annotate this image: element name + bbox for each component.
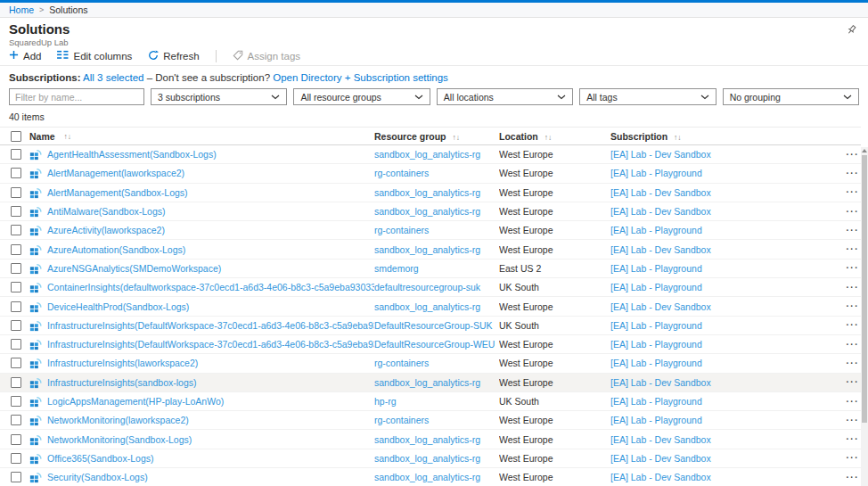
- table-row[interactable]: InfrastructureInsights(sandbox-logs) san…: [0, 374, 861, 392]
- table-row[interactable]: AzureActivity(laworkspace2) rg-container…: [0, 221, 861, 240]
- row-context-menu-button[interactable]: ···: [834, 187, 861, 197]
- subscription-link[interactable]: [EA] Lab - Dev Sandbox: [610, 149, 834, 160]
- table-row[interactable]: NetworkMonitoring(laworkspace2) rg-conta…: [0, 411, 861, 430]
- row-context-menu-button[interactable]: ···: [834, 377, 861, 387]
- row-context-menu-button[interactable]: ···: [834, 207, 861, 217]
- column-header-name[interactable]: Name ↑↓: [29, 131, 374, 142]
- solution-name-link[interactable]: Office365(Sandbox-Logs): [47, 453, 153, 464]
- row-context-menu-button[interactable]: ···: [834, 283, 861, 292]
- resource-group-link[interactable]: DefaultResourceGroup-WEU: [374, 339, 499, 350]
- subscription-link[interactable]: [EA] Lab - Dev Sandbox: [610, 301, 834, 312]
- resource-group-link[interactable]: sandbox_log_analytics-rg: [374, 244, 499, 255]
- breadcrumb-home-link[interactable]: Home: [9, 4, 34, 15]
- resource-group-link[interactable]: sandbox_log_analytics-rg: [374, 149, 499, 160]
- refresh-button[interactable]: Refresh: [148, 50, 199, 62]
- solution-name-link[interactable]: AzureAutomation(Sandbox-Logs): [47, 244, 185, 255]
- resource-group-link[interactable]: sandbox_log_analytics-rg: [374, 453, 499, 464]
- row-checkbox[interactable]: [11, 187, 21, 198]
- solution-name-link[interactable]: NetworkMonitoring(laworkspace2): [47, 415, 189, 425]
- resource-group-link[interactable]: sandbox_log_analytics-rg: [374, 206, 499, 217]
- row-checkbox[interactable]: [11, 472, 21, 482]
- row-checkbox[interactable]: [11, 263, 21, 274]
- solution-name-link[interactable]: AntiMalware(Sandbox-Logs): [47, 206, 165, 217]
- row-checkbox[interactable]: [11, 415, 21, 425]
- row-context-menu-button[interactable]: ···: [834, 453, 861, 463]
- table-row[interactable]: AlertManagement(Sandbox-Logs) sandbox_lo…: [0, 184, 861, 202]
- subscription-link[interactable]: [EA] Lab - Dev Sandbox: [610, 206, 834, 217]
- table-row[interactable]: AzureNSGAnalytics(SMDemoWorkspace) smdem…: [0, 259, 861, 278]
- solution-name-link[interactable]: Security(Sandbox-Logs): [47, 472, 148, 482]
- resource-group-link[interactable]: rg-containers: [374, 168, 499, 178]
- resource-group-link[interactable]: sandbox_log_analytics-rg: [374, 377, 499, 388]
- solution-name-link[interactable]: NetworkMonitoring(Sandbox-Logs): [47, 434, 192, 445]
- subscription-link[interactable]: [EA] Lab - Playground: [610, 282, 834, 292]
- locations-dropdown[interactable]: All locations: [437, 88, 573, 105]
- tags-dropdown[interactable]: All tags: [579, 88, 716, 105]
- resource-group-link[interactable]: defaultresourcegroup-suk: [374, 282, 499, 292]
- table-row[interactable]: AgentHealthAssessment(Sandbox-Logs) sand…: [0, 145, 861, 164]
- resource-group-link[interactable]: sandbox_log_analytics-rg: [374, 187, 499, 198]
- subscriptions-dropdown[interactable]: 3 subscriptions: [151, 88, 287, 105]
- add-button[interactable]: Add: [9, 50, 41, 62]
- column-header-resource-group[interactable]: Resource group ↑↓: [374, 131, 499, 142]
- subscription-link[interactable]: [EA] Lab - Dev Sandbox: [610, 377, 834, 388]
- solution-name-link[interactable]: DeviceHealthProd(Sandbox-Logs): [47, 301, 189, 312]
- row-checkbox[interactable]: [11, 244, 21, 255]
- row-checkbox[interactable]: [11, 206, 21, 217]
- resource-group-link[interactable]: smdemorg: [374, 263, 499, 274]
- row-context-menu-button[interactable]: ···: [834, 434, 861, 444]
- row-checkbox[interactable]: [11, 225, 21, 235]
- row-context-menu-button[interactable]: ···: [834, 150, 861, 160]
- column-header-subscription[interactable]: Subscription ↑↓: [610, 131, 834, 142]
- table-row[interactable]: Office365(Sandbox-Logs) sandbox_log_anal…: [0, 449, 861, 468]
- resource-groups-dropdown[interactable]: All resource groups: [293, 88, 430, 105]
- table-row[interactable]: InfrastructureInsights(DefaultWorkspace-…: [0, 317, 861, 335]
- solution-name-link[interactable]: InfrastructureInsights(sandbox-logs): [47, 377, 197, 388]
- solution-name-link[interactable]: AgentHealthAssessment(Sandbox-Logs): [47, 149, 217, 160]
- row-checkbox[interactable]: [11, 358, 21, 368]
- table-row[interactable]: NetworkMonitoring(Sandbox-Logs) sandbox_…: [0, 430, 861, 449]
- solution-name-link[interactable]: InfrastructureInsights(DefaultWorkspace-…: [47, 339, 374, 350]
- resource-group-link[interactable]: sandbox_log_analytics-rg: [374, 434, 499, 445]
- solution-name-link[interactable]: AzureNSGAnalytics(SMDemoWorkspace): [47, 263, 221, 274]
- subscription-link[interactable]: [EA] Lab - Playground: [610, 415, 834, 425]
- scrollbar-thumb[interactable]: [862, 155, 867, 423]
- table-row[interactable]: Security(Sandbox-Logs) sandbox_log_analy…: [0, 468, 861, 486]
- row-context-menu-button[interactable]: ···: [834, 244, 861, 254]
- table-row[interactable]: LogicAppsManagement(HP-play-LoAnWo) hp-r…: [0, 392, 861, 411]
- table-row[interactable]: DeviceHealthProd(Sandbox-Logs) sandbox_l…: [0, 297, 861, 316]
- solution-name-link[interactable]: AlertManagement(laworkspace2): [47, 168, 184, 178]
- table-row[interactable]: AntiMalware(Sandbox-Logs) sandbox_log_an…: [0, 202, 861, 221]
- row-context-menu-button[interactable]: ···: [834, 226, 861, 235]
- subscription-link[interactable]: [EA] Lab - Playground: [610, 320, 834, 331]
- directory-settings-link[interactable]: Open Directory + Subscription settings: [273, 72, 448, 83]
- subscription-link[interactable]: [EA] Lab - Dev Sandbox: [610, 434, 834, 445]
- resource-group-link[interactable]: sandbox_log_analytics-rg: [374, 301, 499, 312]
- subscription-link[interactable]: [EA] Lab - Playground: [610, 339, 834, 350]
- grouping-dropdown[interactable]: No grouping: [723, 88, 859, 105]
- subscriptions-selected-link[interactable]: All 3 selected: [83, 72, 143, 83]
- row-context-menu-button[interactable]: ···: [834, 263, 861, 273]
- table-row[interactable]: InfrastructureInsights(laworkspace2) rg-…: [0, 354, 861, 373]
- solution-name-link[interactable]: LogicAppsManagement(HP-play-LoAnWo): [47, 396, 224, 407]
- subscription-link[interactable]: [EA] Lab - Playground: [610, 263, 834, 274]
- row-checkbox[interactable]: [11, 282, 21, 292]
- column-header-location[interactable]: Location ↑↓: [499, 131, 610, 142]
- row-context-menu-button[interactable]: ···: [834, 473, 861, 482]
- row-checkbox[interactable]: [11, 149, 21, 160]
- row-context-menu-button[interactable]: ···: [834, 397, 861, 407]
- row-context-menu-button[interactable]: ···: [834, 320, 861, 330]
- subscription-link[interactable]: [EA] Lab - Playground: [610, 396, 834, 407]
- row-checkbox[interactable]: [11, 377, 21, 388]
- filter-by-name-input[interactable]: [9, 88, 144, 105]
- solution-name-link[interactable]: InfrastructureInsights(laworkspace2): [47, 358, 198, 368]
- subscription-link[interactable]: [EA] Lab - Dev Sandbox: [610, 453, 834, 464]
- table-row[interactable]: InfrastructureInsights(DefaultWorkspace-…: [0, 335, 861, 354]
- row-context-menu-button[interactable]: ···: [834, 169, 861, 178]
- row-context-menu-button[interactable]: ···: [834, 340, 861, 350]
- resource-group-link[interactable]: rg-containers: [374, 225, 499, 235]
- row-context-menu-button[interactable]: ···: [834, 416, 861, 425]
- row-checkbox[interactable]: [11, 434, 21, 445]
- subscription-link[interactable]: [EA] Lab - Playground: [610, 358, 834, 368]
- resource-group-link[interactable]: hp-rg: [374, 396, 499, 407]
